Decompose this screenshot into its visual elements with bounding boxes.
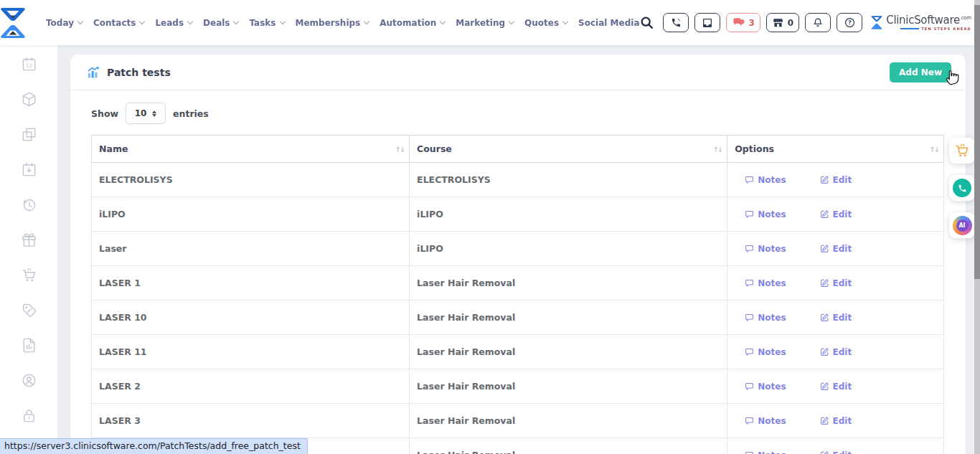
chevron-down-icon (139, 19, 145, 24)
phone-button[interactable] (663, 13, 689, 32)
notifications-button[interactable] (805, 13, 831, 32)
left-sidebar: 12 (0, 45, 57, 454)
options-cell: NotesEdit (727, 232, 944, 266)
sidebar-item-pricing[interactable] (20, 302, 37, 318)
nav-item-label: Leads (155, 18, 184, 28)
svg-text:?: ? (848, 19, 852, 26)
inbox-icon (702, 17, 713, 29)
edit-link[interactable]: Edit (820, 209, 852, 219)
column-header-name[interactable]: Name↑↓ (92, 136, 410, 163)
calendar-import-icon (21, 161, 37, 178)
edit-icon (820, 313, 829, 322)
sidebar-item-reports[interactable] (20, 337, 37, 354)
inbox-button[interactable] (694, 13, 720, 32)
app-logo[interactable] (0, 7, 26, 39)
sidebar-item-gifts[interactable] (20, 232, 37, 248)
add-new-button[interactable]: Add New (890, 62, 951, 82)
hourglass-logo-icon (0, 7, 26, 39)
table-row: ELECTROLISYSELECTROLISYSNotesEdit (92, 163, 944, 197)
clinicsoftware-logo[interactable]: ClinicSoftware.com TEN STEPS AHEAD (871, 15, 971, 31)
sidebar-item-history[interactable] (20, 197, 37, 213)
notes-link[interactable]: Notes (745, 244, 786, 254)
edit-link[interactable]: Edit (820, 244, 852, 254)
table-row: LASER 11Laser Hair RemovalNotesEdit (92, 335, 944, 369)
sidebar-item-shop[interactable] (20, 267, 37, 283)
nav-item-quotes[interactable]: Quotes (524, 18, 567, 28)
sidebar-item-calendar-import[interactable] (20, 161, 37, 178)
edit-link[interactable]: Edit (820, 382, 852, 392)
scrollbar-thumb[interactable] (974, 5, 980, 279)
question-icon: ? (844, 16, 856, 29)
course-cell: Laser Hair Removal (410, 266, 727, 301)
notes-link[interactable]: Notes (745, 450, 786, 454)
nav-item-automation[interactable]: Automation (380, 18, 445, 28)
nav-item-contacts[interactable]: Contacts (93, 18, 144, 28)
sidebar-item-users[interactable] (20, 372, 37, 389)
table-body: ELECTROLISYSELECTROLISYSNotesEditiLIPOiL… (92, 163, 944, 454)
card-header: Patch tests Add New (70, 55, 966, 90)
edit-link[interactable]: Edit (820, 278, 852, 288)
nav-item-leads[interactable]: Leads (155, 18, 192, 28)
notes-link[interactable]: Notes (745, 175, 786, 185)
fab-ai-button[interactable]: AI (949, 212, 975, 238)
notes-link[interactable]: Notes (745, 382, 786, 392)
page-size-select[interactable]: 10 (126, 103, 166, 124)
chat-button[interactable]: 3 (726, 13, 760, 32)
select-arrows-icon (152, 110, 156, 117)
column-header-options[interactable]: Options↑↓ (727, 136, 944, 163)
chat-bubbles-icon (732, 17, 745, 29)
brand-text: ClinicSoftware.com TEN STEPS AHEAD (886, 15, 971, 31)
edit-link[interactable]: Edit (820, 175, 852, 185)
status-bar-url: https://server3.clinicsoftware.com/Patch… (0, 438, 308, 454)
edit-link[interactable]: Edit (820, 416, 852, 426)
bell-icon (812, 17, 824, 29)
sort-icon[interactable]: ↑↓ (712, 145, 722, 153)
notes-icon (745, 416, 754, 425)
nav-item-label: Tasks (249, 18, 275, 28)
nav-item-label: Today (46, 18, 74, 28)
sidebar-item-security[interactable] (20, 407, 37, 424)
copy-icon (21, 126, 37, 143)
edit-icon (820, 450, 829, 454)
sort-icon[interactable]: ↑↓ (395, 145, 404, 153)
edit-link[interactable]: Edit (820, 450, 852, 454)
sort-icon[interactable]: ↑↓ (929, 145, 938, 153)
store-button[interactable]: 0 (766, 13, 799, 32)
fab-cart-button[interactable] (949, 138, 975, 164)
chart-icon (88, 67, 100, 78)
edit-link[interactable]: Edit (820, 313, 852, 323)
table-row: LASER 2Laser Hair RemovalNotesEdit (92, 369, 944, 404)
edit-icon (820, 416, 829, 425)
chevron-down-icon (233, 19, 239, 24)
notes-link[interactable]: Notes (745, 209, 786, 219)
nav-item-marketing[interactable]: Marketing (456, 18, 514, 28)
user-badge-icon (21, 372, 37, 389)
nav-item-label: Marketing (456, 18, 505, 28)
scrollbar[interactable] (974, 0, 980, 454)
sidebar-item-products[interactable] (20, 91, 37, 108)
cart-icon (21, 267, 37, 283)
chevron-down-icon (364, 19, 369, 24)
notes-link[interactable]: Notes (745, 313, 786, 323)
sidebar-item-duplicates[interactable] (20, 126, 37, 143)
notes-link[interactable]: Notes (745, 278, 786, 288)
edit-link[interactable]: Edit (820, 347, 852, 357)
nav-item-tasks[interactable]: Tasks (249, 18, 284, 28)
nav-item-memberships[interactable]: Memberships (296, 18, 369, 28)
notes-link[interactable]: Notes (745, 347, 786, 357)
page-title: Patch tests (88, 67, 171, 78)
notes-icon (745, 175, 754, 184)
nav-item-today[interactable]: Today (46, 18, 83, 28)
search-button[interactable] (639, 15, 654, 30)
gift-icon (21, 232, 37, 248)
column-header-course[interactable]: Course↑↓ (410, 136, 727, 163)
nav-item-label: Contacts (93, 18, 136, 28)
phone-icon (958, 184, 967, 193)
help-button[interactable]: ? (837, 13, 862, 32)
nav-item-social-media[interactable]: Social Media (578, 18, 639, 28)
fab-phone-button[interactable] (949, 175, 975, 201)
nav-item-deals[interactable]: Deals (203, 18, 238, 28)
sidebar-item-calendar[interactable]: 12 (20, 56, 37, 72)
nav-item-label: Deals (203, 18, 230, 28)
notes-link[interactable]: Notes (745, 416, 786, 426)
